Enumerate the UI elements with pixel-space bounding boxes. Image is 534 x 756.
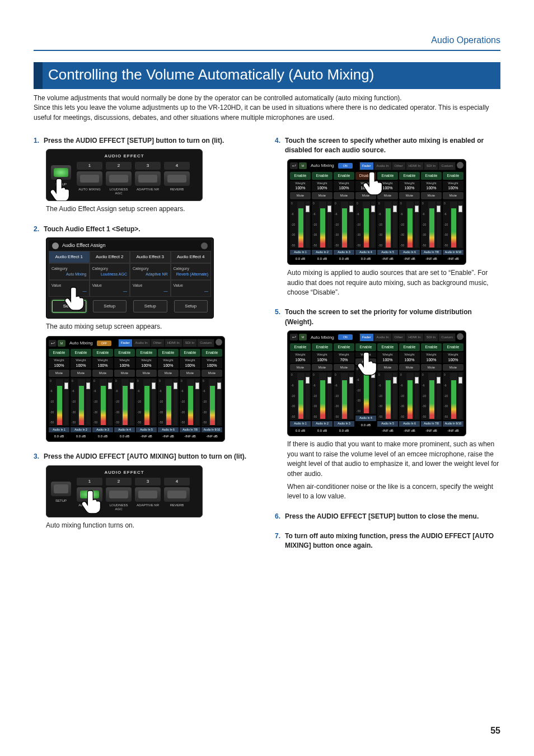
gear-icon (52, 242, 59, 249)
panel-btn-label: REVERB (164, 188, 190, 195)
category-label: Category (174, 266, 209, 272)
channel-name: Audio In 5 (377, 421, 398, 426)
panel-btn-label: AUTO MIXING (77, 503, 102, 511)
menu-icon: M (299, 334, 307, 340)
channel-meter: 0-6-20-30-50 (158, 378, 179, 426)
auto-mixing-button (77, 487, 102, 502)
channel-weight: Weight100% (71, 358, 91, 368)
setup-button-2: Setup (93, 300, 127, 312)
channel-weight: Weight100% (443, 181, 463, 192)
channel-weight: Weight100% (49, 358, 69, 368)
section-header: Audio Operations (34, 34, 500, 51)
tab-other: Other (392, 162, 406, 170)
channel-name: Audio In 6 (399, 421, 420, 426)
page-title: Controlling the Volume Automatically (Au… (34, 62, 500, 89)
channel-meter: 0-6-20-30-50 (71, 378, 91, 426)
channel-mute: Mute (71, 370, 91, 377)
step-heading: Touch the screen to set the priority for… (285, 307, 500, 327)
channel-mute: Mute (312, 364, 332, 371)
channel-name: Audio In 3 (334, 421, 354, 426)
channel-enable-toggle: Enable (334, 172, 354, 180)
channel-enable-toggle: Enable (290, 172, 311, 180)
channel-mute: Mute (377, 364, 398, 371)
channel-enable-toggle: Enable (377, 343, 398, 351)
channel-meter: 0-6-20-30-50 (399, 200, 420, 249)
channel-enable-toggle: Enable (202, 349, 222, 357)
channel-level-db: 0.0 dB (355, 422, 376, 428)
tab-audio-in: Audio In (133, 339, 151, 347)
tab-sdi-in: SDI In (424, 333, 439, 342)
channel-meter: 0-6-20-30-50 (312, 200, 332, 249)
setup-button-3: Setup (133, 300, 167, 312)
channel-name: Audio In 6 (399, 250, 420, 255)
value-value: — (92, 288, 128, 294)
panel-slot-number: 1 (77, 478, 102, 486)
step-3: 3. Press the AUDIO EFFECT [AUTO MIXING] … (34, 452, 259, 530)
channel-enable-toggle: Enable (377, 172, 398, 180)
tab-fader: Fader (359, 333, 374, 342)
channel-level-db: -INF dB (399, 256, 420, 262)
channel-enable-toggle: Enable (334, 343, 354, 351)
effect-button-2 (106, 487, 132, 502)
step-caption: The auto mixing setup screen appears. (46, 322, 259, 332)
channel-level-db: 0.0 dB (355, 256, 376, 262)
channel-weight: Weight100% (421, 181, 442, 192)
channel-name: Audio In 9/10 (443, 421, 463, 426)
channel-mute: Mute (421, 192, 442, 199)
channel-weight: Weight100% (443, 352, 463, 363)
tab-other: Other (151, 339, 165, 347)
channel-enable-toggle: Enable (443, 172, 463, 180)
channel-enable-toggle: Enable (399, 172, 420, 180)
channel-mute: Mute (355, 358, 376, 366)
menu-icon: M (58, 340, 65, 347)
channel-meter: 0-6-20-30-50 (49, 378, 69, 426)
channel-weight: Weight100% (399, 352, 420, 363)
panel-title: AUDIO EFFECT (51, 469, 198, 476)
gear-icon (216, 339, 222, 346)
channel-meter: 0-6-20-30-50 (136, 378, 157, 426)
panel-btn-label: ADAPTIVE NR (135, 188, 161, 195)
channel-name: Audio In 5 (377, 250, 398, 255)
value-value: — (174, 288, 209, 294)
intro-paragraph-1: The volume adjustments that would normal… (34, 94, 500, 103)
channel-mute: Mute (180, 370, 200, 377)
panel-btn-label: LOUDNESS AGC (106, 503, 132, 511)
channel-weight: Weight100% (399, 181, 420, 192)
channel-name: Audio In 7/8 (180, 427, 200, 432)
channel-mute: Mute (158, 370, 179, 377)
step-caption: The Audio Effect Assign setup screen app… (46, 204, 259, 214)
menu-icon: M (299, 162, 307, 169)
channel-weight: Weight100% (312, 181, 332, 192)
tab-fader: Fader (359, 162, 374, 170)
channel-mute: Mute (92, 370, 113, 377)
step-1: 1. Press the AUDIO EFFECT [SETUP] button… (34, 136, 259, 214)
panel-title: AUDIO EFFECT (51, 153, 198, 160)
category-value: Auto Mixing (51, 272, 87, 277)
channel-meter: 0-6-20-30-50 (290, 372, 311, 420)
channel-meter: 0-6-20-30-50 (180, 378, 200, 426)
channel-meter: 0-6-20-30-50 (202, 378, 222, 426)
step-2: 2. Touch Audio Effect 1 <Setup>. Audio E… (34, 225, 259, 442)
tab-audio-effect-3: Audio Effect 3 (130, 251, 171, 263)
tab-other: Other (392, 333, 406, 342)
panel-btn-label: ADAPTIVE NR (135, 503, 161, 511)
channel-weight: Weight100% (421, 352, 442, 363)
channel-meter: 0-6-20-30-50 (355, 366, 376, 414)
channel-weight: Weight100% (377, 352, 398, 363)
channel-level-db: -INF dB (399, 428, 420, 434)
step-caption: Auto mixing is applied to audio sources … (287, 268, 500, 297)
channel-name: Audio In 6 (158, 427, 179, 432)
category-label: Category (133, 266, 168, 272)
channel-name: Audio In 1 (290, 250, 311, 255)
value-label: Value (51, 283, 87, 288)
channel-name: Audio In 7/8 (421, 250, 442, 255)
channel-meter: 0-6-20-30-50 (399, 372, 420, 420)
channel-weight: Weight100% (114, 358, 135, 368)
tab-hdmi-in: HDMI In (165, 339, 182, 347)
panel-btn-label: AUTO MIXING (77, 188, 102, 195)
channel-enable-toggle: Enable (312, 172, 332, 180)
channel-weight: Weight100% (202, 358, 222, 368)
setup-button-4: Setup (174, 300, 208, 312)
channel-meter: 0-6-20-30-50 (421, 372, 442, 420)
value-value: — (133, 288, 168, 294)
